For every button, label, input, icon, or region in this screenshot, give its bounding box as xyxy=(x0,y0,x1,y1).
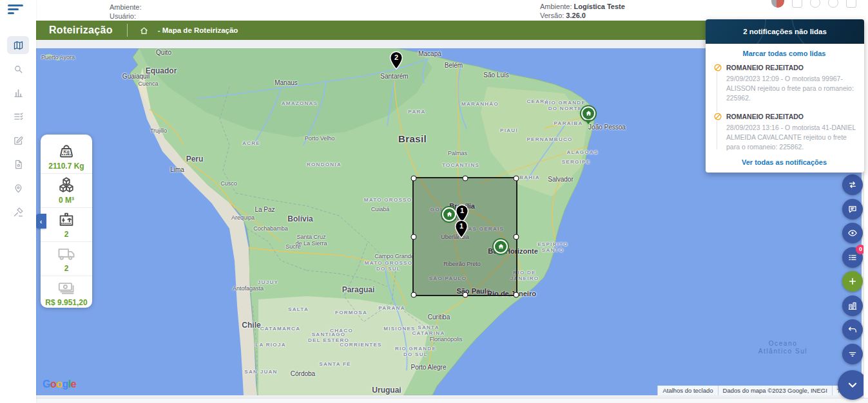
apps-icon[interactable] xyxy=(792,0,802,8)
stat-packages: 2 xyxy=(41,208,92,242)
bottom-strip xyxy=(0,398,868,403)
google-logo[interactable]: Google xyxy=(43,379,76,390)
top-header: Ambiente: Usuário: Ambiente: Logística T… xyxy=(0,0,868,21)
fab-icon xyxy=(847,324,858,335)
fab-add[interactable] xyxy=(842,271,863,292)
notifications-body: Marcar todas como lidas ROMANEIO REJEITA… xyxy=(706,44,864,173)
sidebar-item-reports[interactable] xyxy=(7,84,29,102)
notification-title: ROMANEIO REJEITADO xyxy=(726,64,804,71)
stat-weight: 2110.7 Kg xyxy=(41,140,92,174)
title-divider xyxy=(127,24,128,37)
marker-stop-1b[interactable]: 1 xyxy=(454,220,468,239)
settings-icon[interactable] xyxy=(828,0,838,8)
route-summary-card: ‹ 2110.7 Kg 0 M³ 2 xyxy=(41,135,92,308)
notification-item[interactable]: ROMANEIO REJEITADO 28/09/2023 13:16 - O … xyxy=(713,112,856,153)
stat-value: 2110.7 Kg xyxy=(48,162,84,171)
selection-handle[interactable] xyxy=(411,234,417,239)
fab-icon xyxy=(847,301,858,311)
fab-route-list[interactable]: 0 xyxy=(842,247,863,268)
stat-value: 2 xyxy=(64,264,69,273)
sidebar-item-documents[interactable] xyxy=(7,155,29,173)
hamburger-menu-icon[interactable] xyxy=(8,5,24,16)
fab-icon xyxy=(847,228,858,238)
marker-belo-horizonte[interactable] xyxy=(494,239,508,254)
fab-icon xyxy=(847,252,858,263)
fab-swap-routes[interactable] xyxy=(842,174,863,195)
sidebar-item-icon xyxy=(13,40,24,51)
mark-all-read-link[interactable]: Marcar todas como lidas xyxy=(712,50,856,57)
stat-icon xyxy=(56,244,77,263)
env-label: Ambiente: xyxy=(540,3,574,10)
selection-handle[interactable] xyxy=(514,234,519,239)
stats-list: 2110.7 Kg 0 M³ 2 2 xyxy=(41,140,92,310)
brand-logo-icon[interactable] xyxy=(771,0,784,8)
fab-icon xyxy=(847,349,858,359)
notifications-header: 2 notificações não lidas xyxy=(706,19,864,44)
notification-message: 28/09/2023 13:16 - O motorista 41-DANIEL… xyxy=(726,123,856,153)
unread-count: 2 notificações não lidas xyxy=(743,28,827,35)
fab-icon xyxy=(847,204,858,214)
marker-joao-pessoa[interactable] xyxy=(581,106,595,120)
marker-count: 1 xyxy=(454,221,468,229)
keyboard-shortcuts-link[interactable]: Atalhos do teclado xyxy=(657,386,717,395)
notification-item[interactable]: ROMANEIO REJEITADO 29/09/2023 12:09 - O … xyxy=(713,63,856,104)
sidebar-item-icon xyxy=(13,111,24,122)
marker-count: 2 xyxy=(389,53,403,61)
sidebar-item-locations[interactable] xyxy=(7,179,29,197)
notification-list: ROMANEIO REJEITADO 29/09/2023 12:09 - O … xyxy=(712,63,856,152)
fab-undo[interactable] xyxy=(842,319,863,340)
selection-handle[interactable] xyxy=(514,292,519,298)
fab-buildings[interactable] xyxy=(842,295,863,316)
stat-icon xyxy=(56,278,77,297)
environment-version-info: Ambiente: Logística Teste Versão: 3.26.0 xyxy=(540,2,625,20)
stat-icon xyxy=(56,142,77,161)
fab-icon xyxy=(847,276,858,286)
sidebar-item-map[interactable] xyxy=(7,36,29,54)
fab-icon xyxy=(847,180,858,190)
ambiente-label: Ambiente: xyxy=(110,3,142,12)
page-scrollbar[interactable] xyxy=(863,19,868,398)
selection-handle[interactable] xyxy=(411,176,417,182)
sidebar-item-icon xyxy=(13,159,24,170)
house-icon xyxy=(445,211,454,219)
collapse-panel-button[interactable]: ‹ xyxy=(35,214,46,229)
roteirizacao-page: Ambiente: Usuário: Ambiente: Logística T… xyxy=(0,0,868,403)
sidebar-item-icon xyxy=(13,183,24,194)
fab-filter[interactable] xyxy=(842,344,863,364)
selection-handle[interactable] xyxy=(411,292,417,298)
version-value: 3.26.0 xyxy=(566,12,586,19)
help-icon[interactable] xyxy=(810,0,820,8)
house-icon xyxy=(497,243,505,251)
marker-count: 1 xyxy=(455,206,469,214)
stat-vehicles: 2 xyxy=(41,242,92,276)
selection-handle[interactable] xyxy=(462,292,468,298)
sidebar-item-icon xyxy=(13,207,24,218)
stat-icon xyxy=(56,176,77,195)
fab-visibility[interactable] xyxy=(842,223,863,243)
sidebar-item-audit[interactable] xyxy=(7,203,29,221)
blocked-icon xyxy=(713,112,722,121)
fab-icon xyxy=(845,378,860,392)
env-value: Logística Teste xyxy=(574,3,625,10)
notification-message: 29/09/2023 12:09 - O motorista 99967-ALI… xyxy=(726,74,856,104)
view-all-notifications-link[interactable]: Ver todas as notificações xyxy=(712,158,856,166)
user-icon[interactable] xyxy=(846,0,856,8)
header-icon-row xyxy=(771,0,856,8)
blocked-icon xyxy=(713,63,722,72)
sidebar-item-edit[interactable] xyxy=(7,131,29,149)
map-attribution: Atalhos do teclado Dados do mapa ©2023 G… xyxy=(657,386,862,395)
page-title: Roteirização xyxy=(49,24,113,36)
selection-handle[interactable] xyxy=(514,176,519,182)
selection-handle[interactable] xyxy=(462,176,468,182)
map-data-text[interactable]: Dados do mapa ©2023 Google, INEGI xyxy=(718,386,832,395)
sidebar xyxy=(0,0,36,403)
sidebar-item-search[interactable] xyxy=(7,60,29,78)
marker-santarem[interactable]: 2 xyxy=(389,51,403,70)
home-icon[interactable] xyxy=(139,26,149,35)
fab-chat[interactable] xyxy=(842,199,863,220)
sidebar-item-planning[interactable] xyxy=(7,108,29,126)
notifications-panel: 2 notificações não lidas Marcar todas co… xyxy=(706,19,864,173)
sidebar-item-icon xyxy=(13,135,24,146)
stat-value: R$ 9.951,20 xyxy=(41,276,92,310)
environment-user-labels: Ambiente: Usuário: xyxy=(110,3,142,21)
